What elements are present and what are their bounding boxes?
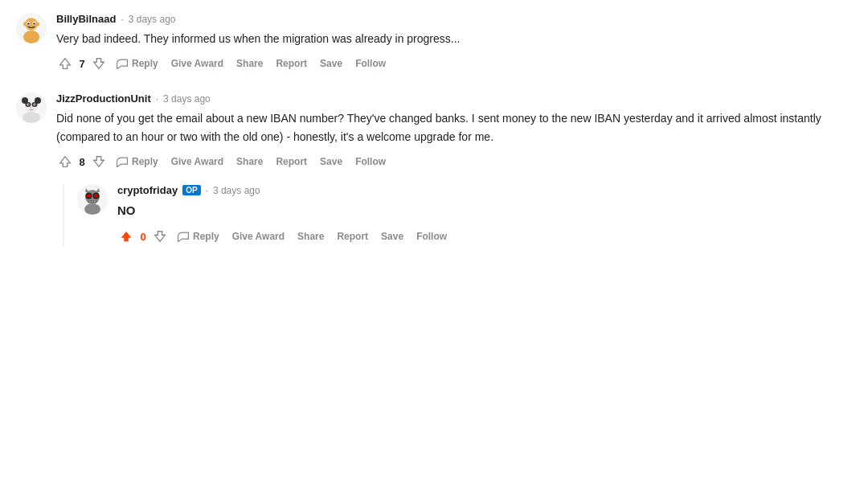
downvote-button-2[interactable] — [90, 153, 108, 170]
avatar-cryptofriday — [77, 184, 108, 215]
svg-point-27 — [87, 194, 91, 198]
comment-text-1: Very bad indeed. They informed us when t… — [56, 30, 852, 47]
comment-meta-2: JizzProductionUnit · 3 days ago — [56, 92, 852, 105]
comment-actions-2: 8 Reply Give Award Share Repor — [56, 152, 852, 171]
upvote-button-reply[interactable] — [117, 228, 135, 245]
give-award-button-reply[interactable]: Give Award — [227, 228, 289, 245]
comment-body-reply: cryptofriday OP · 3 days ago NO — [117, 184, 852, 246]
downvote-button-reply[interactable] — [151, 228, 169, 245]
comment-indent: cryptofriday OP · 3 days ago NO — [63, 184, 852, 246]
reply-button-1[interactable]: Reply — [111, 54, 163, 73]
svg-point-22 — [23, 112, 40, 123]
svg-point-20 — [35, 105, 36, 106]
downvote-button-1[interactable] — [90, 55, 108, 72]
svg-point-21 — [30, 107, 33, 109]
comment-meta-1: BillyBilnaad · 3 days ago — [56, 13, 852, 25]
comment-jizzproductionunit: JizzProductionUnit · 3 days ago Did none… — [16, 92, 852, 246]
upvote-button-1[interactable] — [56, 55, 74, 72]
comment-cryptofriday: cryptofriday OP · 3 days ago NO — [77, 184, 852, 246]
give-award-button-2[interactable]: Give Award — [166, 153, 228, 170]
save-button-reply[interactable]: Save — [376, 228, 408, 245]
svg-point-8 — [23, 23, 27, 27]
svg-rect-32 — [92, 201, 93, 203]
svg-point-9 — [36, 23, 39, 27]
save-button-1[interactable]: Save — [315, 55, 347, 72]
vote-area-1: 7 — [56, 55, 108, 72]
svg-rect-31 — [89, 201, 91, 203]
svg-point-7 — [23, 31, 39, 43]
vote-count-1: 7 — [77, 58, 87, 70]
svg-point-5 — [27, 23, 29, 24]
comment-time-2: 3 days ago — [163, 93, 211, 105]
avatar-jizzproductionunit — [16, 92, 47, 123]
svg-point-19 — [28, 105, 30, 106]
svg-point-28 — [94, 194, 98, 198]
comment-body-2: JizzProductionUnit · 3 days ago Did none… — [56, 92, 852, 246]
follow-button-reply[interactable]: Follow — [411, 228, 452, 245]
avatar-billybildnaad — [16, 13, 47, 43]
comment-dot-1: · — [121, 14, 123, 25]
follow-button-2[interactable]: Follow — [350, 153, 391, 170]
comment-username-reply: cryptofriday — [117, 184, 178, 196]
comment-body-1: BillyBilnaad · 3 days ago Very bad indee… — [56, 13, 852, 73]
reply-button-reply[interactable]: Reply — [172, 227, 224, 246]
comment-text-2: Did none of you get the email about a ne… — [56, 109, 852, 146]
comment-dot-2: · — [156, 93, 158, 105]
vote-area-reply: 0 — [117, 228, 169, 245]
give-award-button-1[interactable]: Give Award — [166, 55, 228, 72]
comment-username-1: BillyBilnaad — [56, 13, 116, 25]
report-button-reply[interactable]: Report — [332, 228, 373, 245]
share-button-1[interactable]: Share — [231, 55, 268, 72]
comment-username-2: JizzProductionUnit — [56, 92, 151, 105]
follow-button-1[interactable]: Follow — [350, 55, 391, 72]
vote-area-2: 8 — [56, 153, 108, 170]
comment-billybildnaad: BillyBilnaad · 3 days ago Very bad indee… — [16, 13, 852, 73]
report-button-1[interactable]: Report — [271, 55, 312, 72]
svg-rect-33 — [94, 201, 96, 203]
comment-text-reply: NO — [117, 201, 852, 220]
share-button-reply[interactable]: Share — [293, 228, 329, 245]
vote-count-2: 8 — [77, 156, 87, 168]
op-badge: OP — [182, 185, 200, 195]
svg-point-6 — [33, 23, 35, 24]
share-button-2[interactable]: Share — [231, 153, 268, 170]
comment-actions-reply: 0 Reply — [117, 227, 852, 246]
comment-dot-reply: · — [206, 185, 208, 196]
comment-meta-reply: cryptofriday OP · 3 days ago — [117, 184, 852, 196]
save-button-2[interactable]: Save — [315, 153, 347, 170]
report-button-2[interactable]: Report — [271, 153, 312, 170]
svg-point-34 — [84, 203, 100, 215]
upvote-button-2[interactable] — [56, 153, 74, 170]
vote-count-reply: 0 — [138, 231, 148, 243]
comment-actions-1: 7 Reply Give Award Share Repor — [56, 54, 852, 73]
comment-time-1: 3 days ago — [129, 14, 176, 25]
comment-time-reply: 3 days ago — [213, 185, 260, 196]
svg-rect-29 — [92, 195, 93, 197]
reply-button-2[interactable]: Reply — [111, 152, 163, 171]
